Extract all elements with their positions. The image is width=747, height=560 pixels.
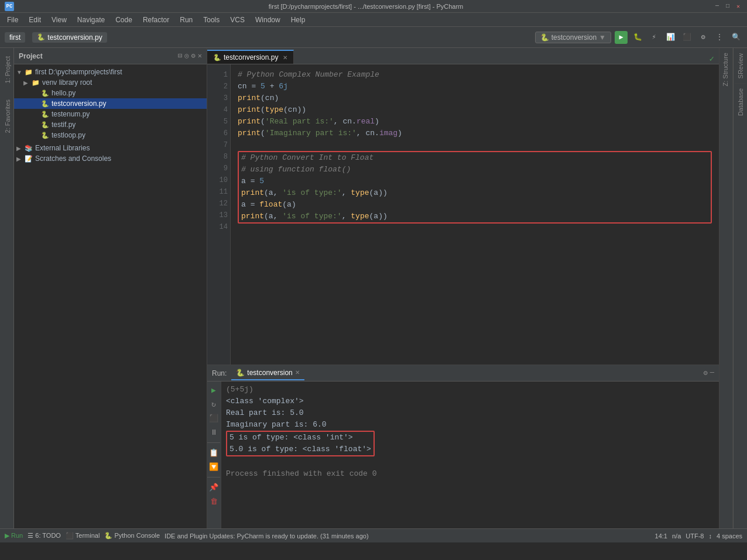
menu-item-edit[interactable]: Edit — [24, 15, 46, 25]
window-controls: ─ □ ✕ — [713, 2, 742, 11]
code-content[interactable]: # Python Complex Number Example cn = 5 +… — [231, 64, 719, 365]
hide-panel-button[interactable]: ✕ — [198, 51, 202, 60]
run-tab-name: testconversion — [247, 369, 292, 377]
stop-button[interactable]: ⬛ — [680, 31, 693, 44]
tree-item-hello[interactable]: ▶ 🐍 hello.py — [14, 88, 207, 98]
tree-item-testconversion[interactable]: ▶ 🐍 testconversion.py — [14, 98, 207, 109]
locate-file-button[interactable]: ◎ — [184, 51, 189, 60]
encoding-label: UTF-8 — [686, 532, 704, 540]
menu-item-refactor[interactable]: Refactor — [138, 15, 174, 25]
output-highlight-box: 5 is of type: <class 'int'> 5.0 is of ty… — [226, 431, 375, 456]
line-num-9: 9 — [210, 163, 228, 174]
menu-item-help[interactable]: Help — [286, 15, 310, 25]
tab-close-icon[interactable]: ✕ — [283, 54, 287, 61]
run-config-dropdown[interactable]: 🐍 testconversion ▼ — [535, 32, 611, 43]
line-num-4: 4 — [210, 104, 228, 116]
menu-item-file[interactable]: File — [2, 15, 23, 25]
code-line-1: # Python Complex Number Example — [238, 69, 712, 81]
menu-item-view[interactable]: View — [47, 15, 71, 25]
py-icon-hello: 🐍 — [41, 90, 49, 97]
tree-item-testenum[interactable]: ▶ 🐍 testenum.py — [14, 109, 207, 119]
main-layout: 1: Project 2: Favorites Project ⊟ ◎ ⚙ ✕ … — [0, 48, 747, 528]
code-editor: 1 2 3 4 5 6 7 8 9 10 11 12 13 14 — [207, 64, 719, 365]
menu-item-window[interactable]: Window — [251, 15, 285, 25]
run-pin-button[interactable]: 📌 — [207, 481, 220, 494]
tree-item-venv[interactable]: ▶ 📁 venv library root — [14, 77, 207, 88]
run-tab-close[interactable]: ✕ — [295, 369, 300, 376]
run-label: Run: — [212, 369, 227, 377]
run-output: (5+5j) <class 'complex'> Real part is: 5… — [221, 382, 719, 528]
menu-item-navigate[interactable]: Navigate — [73, 15, 109, 25]
project-panel-header: Project ⊟ ◎ ⚙ ✕ — [14, 48, 207, 64]
status-run-button[interactable]: ▶ Run — [5, 532, 23, 540]
code-line-5: print('Real part is:', cn.real) — [238, 116, 712, 128]
py-icon-testconv: 🐍 — [41, 100, 49, 108]
menu-item-run[interactable]: Run — [175, 15, 197, 25]
run-filter-button[interactable]: 🔽 — [207, 461, 220, 473]
editor-tab-testconv[interactable]: 🐍 testconversion.py ✕ — [207, 50, 294, 64]
favorites-label: 2: Favorites — [2, 95, 13, 138]
menu-item-vcs[interactable]: VCS — [225, 15, 249, 25]
coverage-button[interactable]: ⚡ — [647, 31, 660, 44]
tree-item-testloop[interactable]: ▶ 🐍 testloop.py — [14, 130, 207, 140]
app-icon: PC — [5, 2, 14, 11]
structure-panel-button: Z: Structure — [719, 48, 733, 528]
arrow-scratches: ▶ — [16, 156, 22, 162]
favorites-panel-button[interactable]: 2: Favorites — [0, 91, 13, 141]
settings-gear-button[interactable]: ⚙ — [191, 51, 196, 60]
tree-item-root[interactable]: ▼ 📁 first D:\pycharmprojects\first — [14, 67, 207, 77]
run-play-button[interactable]: ▶ — [207, 384, 220, 397]
tree-item-testif[interactable]: ▶ 🐍 testif.py — [14, 119, 207, 130]
project-tab-label: first — [9, 33, 20, 42]
project-tab[interactable]: first — [5, 32, 25, 43]
tree-label-extlibs: External Libraries — [35, 144, 90, 152]
sreview-panel-button[interactable]: SReview — [735, 48, 746, 83]
search-button[interactable]: 🔍 — [729, 31, 742, 44]
run-pause-button[interactable]: ⏸ — [207, 426, 220, 439]
run-stop-button[interactable]: ⬛ — [207, 412, 220, 425]
status-terminal-button[interactable]: ⬛ Terminal — [66, 532, 100, 540]
code-line-4: print(type(cn)) — [238, 104, 712, 116]
code-line-2: cn = 5 + 6j — [238, 81, 712, 92]
run-settings-icon[interactable]: ⚙ — [704, 369, 708, 377]
run-button[interactable]: ▶ — [615, 31, 628, 44]
run-hide-icon[interactable]: ─ — [710, 369, 714, 377]
window-title: first [D:/pycharmprojects/first] - .../t… — [19, 3, 713, 10]
maximize-button[interactable]: □ — [724, 2, 732, 11]
database-panel-button[interactable]: Database — [735, 83, 746, 121]
structure-label[interactable]: Z: Structure — [719, 48, 732, 91]
output-line-blank — [226, 456, 714, 468]
profile-button[interactable]: 📊 — [664, 31, 677, 44]
status-run-label: ▶ Run — [5, 532, 23, 540]
menu-item-tools[interactable]: Tools — [198, 15, 224, 25]
line-num-7: 7 — [210, 139, 228, 151]
project-panel-button[interactable]: 1: Project — [0, 48, 13, 91]
menu-item-code[interactable]: Code — [111, 15, 137, 25]
run-scroll-button[interactable]: 📋 — [207, 446, 220, 459]
line-num-14: 14 — [210, 221, 228, 233]
output-line-scrolled: (5+5j) — [226, 384, 714, 396]
status-todo-button[interactable]: ☰ 6: TODO — [28, 532, 61, 540]
debug-button[interactable]: 🐛 — [631, 31, 644, 44]
title-bar: PC first [D:/pycharmprojects/first] - ..… — [0, 0, 747, 13]
minimize-button[interactable]: ─ — [713, 2, 721, 11]
settings-button[interactable]: ⚙ — [697, 31, 710, 44]
run-trash-button[interactable]: 🗑 — [207, 495, 220, 508]
close-button[interactable]: ✕ — [734, 2, 742, 11]
editor-status: ✓ — [710, 54, 719, 64]
editor-tab-toolbar[interactable]: 🐍 testconversion.py — [32, 32, 107, 43]
code-line-12: a = float(a) — [241, 199, 708, 211]
status-python-console-button[interactable]: 🐍 Python Console — [104, 532, 160, 540]
code-line-14 — [238, 224, 712, 235]
tree-item-extlibs[interactable]: ▶ 📚 External Libraries — [14, 143, 207, 153]
run-rerun-button[interactable]: ↻ — [207, 398, 220, 411]
py-icon-testenum: 🐍 — [41, 111, 49, 118]
run-tab-testconv[interactable]: 🐍 testconversion ✕ — [231, 366, 304, 380]
tab-py-icon: 🐍 — [213, 54, 221, 61]
project-panel-title: Project — [19, 52, 178, 60]
divider2 — [207, 477, 220, 477]
collapse-all-button[interactable]: ⊟ — [178, 51, 182, 60]
tree-item-scratches[interactable]: ▶ 📝 Scratches and Consoles — [14, 153, 207, 164]
scratch-icon: 📝 — [25, 155, 33, 163]
more-button[interactable]: ⋮ — [713, 31, 726, 44]
